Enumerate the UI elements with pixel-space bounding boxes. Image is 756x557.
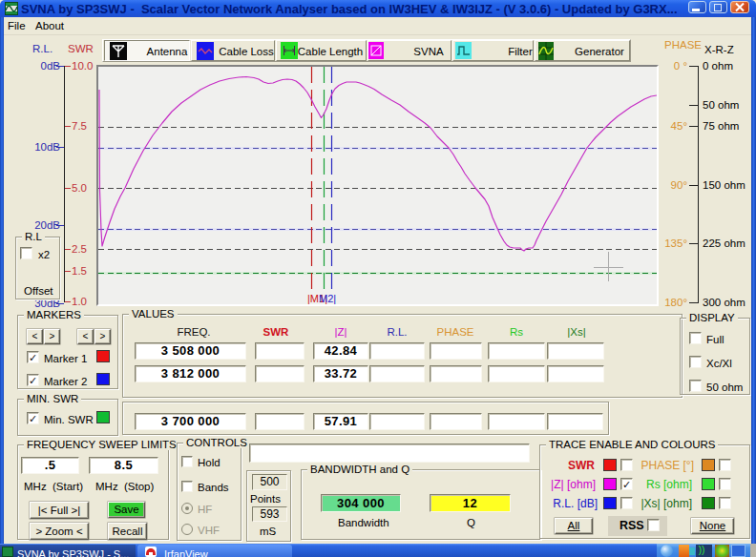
svg-text:M2|: M2| bbox=[319, 293, 336, 304]
